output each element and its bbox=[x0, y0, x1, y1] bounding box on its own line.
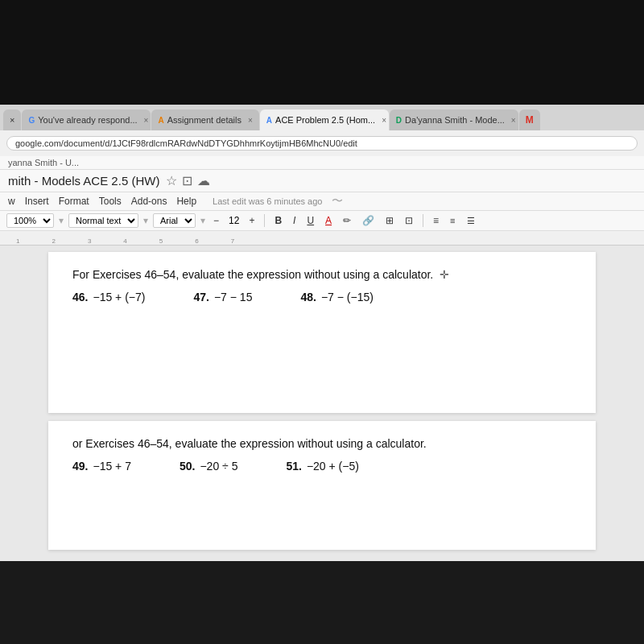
exercises-row-2: 49. −15 + 7 50. −20 ÷ 5 51. −20 + (−5) bbox=[72, 460, 572, 473]
link-btn[interactable]: 🔗 bbox=[359, 214, 378, 227]
exercise-50-expr: −20 ÷ 5 bbox=[200, 460, 237, 473]
gdoc2-icon: D bbox=[396, 116, 402, 125]
exercise-46-expr: −15 + (−7) bbox=[93, 291, 145, 303]
decrease-font-btn[interactable]: − bbox=[210, 214, 222, 227]
italic-btn[interactable]: I bbox=[290, 214, 299, 227]
separator-2 bbox=[423, 214, 423, 227]
menu-view[interactable]: w bbox=[8, 196, 15, 207]
image-btn[interactable]: ⊡ bbox=[402, 214, 416, 227]
comment-btn[interactable]: ⊞ bbox=[382, 214, 397, 227]
gmail-icon: M bbox=[526, 114, 534, 126]
zoom-select[interactable]: 100% bbox=[6, 213, 54, 228]
tab-label-4: ACE Problem 2.5 (Hom... bbox=[275, 115, 375, 125]
tab-label-2: You've already respond... bbox=[38, 115, 137, 125]
answer-space-1 bbox=[72, 312, 572, 360]
exercise-47-num: 47. bbox=[193, 291, 208, 303]
tab-ace-problem[interactable]: A ACE Problem 2.5 (Hom... × bbox=[260, 109, 389, 130]
tab-dayanna-smith[interactable]: D Da'yanna Smith - Mode... × bbox=[390, 109, 518, 130]
exercise-49-expr: −15 + 7 bbox=[93, 460, 131, 473]
fmt-divider-1: ▾ bbox=[59, 215, 64, 226]
ruler-4: 4 bbox=[123, 237, 126, 245]
instruction-1: For Exercises 46–54, evaluate the expres… bbox=[72, 268, 572, 281]
ruler-3: 3 bbox=[88, 237, 91, 245]
star-icon[interactable]: ☆ bbox=[166, 173, 177, 188]
doc-title-icons: ☆ ⊡ ☁ bbox=[166, 173, 210, 188]
last-edit-label: Last edit was 6 minutes ago bbox=[213, 196, 322, 206]
tab-close-2[interactable]: × bbox=[144, 116, 149, 125]
ruler-marks: 1 2 3 4 5 6 7 bbox=[0, 231, 644, 245]
tab-x: × bbox=[10, 115, 14, 125]
tab-label-3: Assignment details bbox=[167, 115, 242, 125]
tab-close-btn[interactable]: × bbox=[3, 109, 21, 130]
list-bullet-btn[interactable]: ☰ bbox=[464, 215, 478, 227]
assignment-icon: A bbox=[158, 116, 163, 125]
font-select[interactable]: Arial bbox=[153, 213, 196, 228]
tab-partial-label: yanna Smith - U... bbox=[0, 156, 644, 170]
increase-font-btn[interactable]: + bbox=[246, 214, 258, 227]
formatting-bar: 100% ▾ Normal text ▾ Arial ▾ − 12 + B I … bbox=[0, 211, 644, 231]
tab-close-3[interactable]: × bbox=[248, 116, 253, 125]
separator-1 bbox=[264, 214, 265, 227]
exercise-48: 48. −7 − (−15) bbox=[300, 291, 373, 303]
fmt-divider-3: ▾ bbox=[200, 215, 205, 226]
exercise-49: 49. −15 + 7 bbox=[72, 460, 131, 473]
address-text: google.com/document/d/1JCtF98rdlcmRARdwN… bbox=[15, 138, 357, 148]
address-bar: google.com/document/d/1JCtF98rdlcmRARdwN… bbox=[0, 130, 644, 156]
instruction-2: or Exercises 46–54, evaluate the express… bbox=[72, 437, 572, 450]
exercise-51: 51. −20 + (−5) bbox=[286, 460, 358, 473]
menu-insert[interactable]: Insert bbox=[25, 196, 49, 207]
address-input[interactable]: google.com/document/d/1JCtF98rdlcmRARdwN… bbox=[6, 136, 638, 151]
doc-content-1: For Exercises 46–54, evaluate the expres… bbox=[48, 252, 596, 413]
tab-bar: × G You've already respond... × A Assign… bbox=[0, 105, 644, 130]
tab-close-5[interactable]: × bbox=[511, 116, 516, 125]
doc-content-2: or Exercises 46–54, evaluate the express… bbox=[48, 421, 596, 550]
exercise-46: 46. −15 + (−7) bbox=[72, 291, 145, 303]
list-num-btn[interactable]: ≡ bbox=[447, 215, 458, 226]
exercise-46-num: 46. bbox=[72, 291, 88, 303]
exercise-50-num: 50. bbox=[180, 460, 195, 473]
style-select[interactable]: Normal text bbox=[68, 213, 138, 228]
highlight-btn[interactable]: ✏ bbox=[340, 214, 354, 227]
cloud-icon[interactable]: ☁ bbox=[197, 173, 210, 188]
menu-tools[interactable]: Tools bbox=[99, 196, 122, 207]
gdoc-icon: G bbox=[28, 116, 35, 125]
fmt-divider-2: ▾ bbox=[143, 215, 148, 226]
exercise-48-num: 48. bbox=[300, 291, 316, 303]
exercise-47-expr: −7 − 15 bbox=[214, 291, 253, 303]
align-btn[interactable]: ≡ bbox=[430, 214, 442, 227]
laptop-bezel bbox=[0, 0, 644, 105]
exercise-48-expr: −7 − (−15) bbox=[321, 291, 374, 303]
ruler-1: 1 bbox=[16, 237, 19, 245]
exercise-50: 50. −20 ÷ 5 bbox=[180, 460, 237, 473]
move-cursor-icon: ✛ bbox=[440, 268, 449, 281]
ruler-6: 6 bbox=[195, 237, 198, 245]
menu-bar: w Insert Format Tools Add-ons Help Last … bbox=[0, 192, 644, 211]
exercises-row-1: 46. −15 + (−7) 47. −7 − 15 48. −7 − (−15… bbox=[72, 291, 572, 303]
underline-btn[interactable]: U bbox=[303, 214, 317, 227]
tab-assignment-details[interactable]: A Assignment details × bbox=[151, 109, 258, 130]
menu-help[interactable]: Help bbox=[176, 196, 196, 207]
browser-chrome: × G You've already respond... × A Assign… bbox=[0, 105, 644, 170]
exercise-47: 47. −7 − 15 bbox=[193, 291, 252, 303]
ruler-5: 5 bbox=[159, 237, 163, 245]
doc-scroll-area[interactable]: For Exercises 46–54, evaluate the expres… bbox=[0, 246, 644, 553]
doc-title: mith - Models ACE 2.5 (HW) bbox=[8, 174, 159, 188]
ruler-2: 2 bbox=[52, 237, 55, 245]
tab-gmail[interactable]: M bbox=[519, 109, 540, 130]
copy-icon[interactable]: ⊡ bbox=[182, 173, 192, 188]
font-color-btn[interactable]: A bbox=[322, 214, 335, 227]
doc-title-bar: mith - Models ACE 2.5 (HW) ☆ ⊡ ☁ bbox=[0, 170, 644, 192]
tab-already-responded[interactable]: G You've already respond... × bbox=[22, 109, 151, 130]
document-area: mith - Models ACE 2.5 (HW) ☆ ⊡ ☁ w Inser… bbox=[0, 170, 644, 561]
exercise-51-expr: −20 + (−5) bbox=[307, 460, 359, 473]
ace-icon: A bbox=[266, 116, 272, 125]
menu-addons[interactable]: Add-ons bbox=[131, 196, 167, 207]
exercise-51-num: 51. bbox=[286, 460, 301, 473]
exercise-49-num: 49. bbox=[72, 460, 88, 473]
wavy-icon: 〜 bbox=[332, 194, 343, 208]
tab-close-4[interactable]: × bbox=[382, 116, 386, 125]
font-size-display: 12 bbox=[227, 215, 241, 226]
bold-btn[interactable]: B bbox=[271, 214, 285, 227]
ruler-7: 7 bbox=[231, 237, 234, 245]
menu-format[interactable]: Format bbox=[59, 196, 89, 207]
